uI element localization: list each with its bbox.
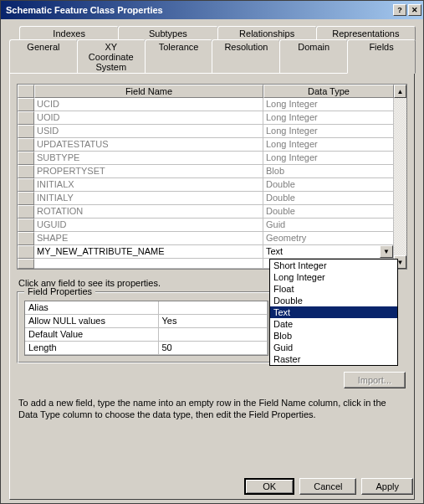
cell-field-name[interactable]: MY_NEW_ATTRIBUTE_NAME <box>34 245 263 259</box>
property-value[interactable] <box>159 328 268 342</box>
dropdown-option-date[interactable]: Date <box>270 318 397 330</box>
row-header[interactable] <box>18 178 34 192</box>
dropdown-option-raster[interactable]: Raster <box>270 353 397 365</box>
tab-domain[interactable]: Domain <box>279 39 348 74</box>
table-row[interactable]: SUBTYPELong Integer <box>18 152 394 165</box>
row-header-corner <box>18 85 34 98</box>
import-row: Import... <box>17 372 406 388</box>
tab-resolution[interactable]: Resolution <box>212 39 280 74</box>
table-row[interactable]: UCIDLong Integer <box>18 98 394 111</box>
cell-data-type[interactable]: Double <box>263 178 394 192</box>
row-header[interactable] <box>18 192 34 205</box>
grid-vscrollbar[interactable]: ▲ ▼ <box>394 84 407 270</box>
dropdown-option-blob[interactable]: Blob <box>270 330 397 342</box>
dialog-footer: OK Cancel Apply <box>244 478 413 495</box>
help-button[interactable]: ? <box>393 4 406 16</box>
cell-data-type[interactable]: Long Integer <box>263 152 394 165</box>
table-row[interactable]: UPDATESTATUSLong Integer <box>18 138 394 152</box>
tab-general[interactable]: General <box>9 39 78 74</box>
table-row[interactable]: INITIALXDouble <box>18 178 394 192</box>
tab-content-fields: Field Name Data Type UCIDLong IntegerUOI… <box>9 73 415 500</box>
grid-header: Field Name Data Type <box>18 85 394 98</box>
row-header[interactable] <box>18 138 34 152</box>
close-button[interactable]: ✕ <box>408 4 421 16</box>
tab-xy-coordinate-system[interactable]: XY Coordinate System <box>77 39 146 74</box>
property-row[interactable]: Default Value <box>25 328 268 342</box>
table-row[interactable]: UOIDLong Integer <box>18 111 394 125</box>
cell-data-type[interactable]: Double <box>263 192 394 205</box>
cell-field-name[interactable]: PROPERTYSET <box>34 165 263 178</box>
field-properties-table[interactable]: AliasAllow NULL valuesYesDefault ValueLe… <box>24 301 268 356</box>
col-header-data-type[interactable]: Data Type <box>263 85 394 98</box>
cell-field-name[interactable]: INITIALX <box>34 178 263 192</box>
data-type-dropdown[interactable]: Short IntegerLong IntegerFloatDoubleText… <box>269 259 398 366</box>
cell-field-name[interactable]: UCID <box>34 98 263 111</box>
row-header[interactable] <box>18 259 34 269</box>
row-header[interactable] <box>18 232 34 245</box>
row-header[interactable] <box>18 152 34 165</box>
dropdown-option-short-integer[interactable]: Short Integer <box>270 260 397 271</box>
tab-subtypes[interactable]: Subtypes <box>118 26 217 40</box>
dropdown-option-text[interactable]: Text <box>270 306 397 318</box>
tab-tolerance[interactable]: Tolerance <box>145 39 213 74</box>
tab-representations[interactable]: Representations <box>316 26 416 40</box>
cell-field-name[interactable]: UGUID <box>34 219 263 232</box>
cell-field-name[interactable]: INITIALY <box>34 192 263 205</box>
cell-field-name[interactable]: UOID <box>34 111 263 125</box>
cell-field-name[interactable]: USID <box>34 125 263 138</box>
row-header[interactable] <box>18 125 34 138</box>
cell-field-name[interactable] <box>34 259 263 269</box>
property-value[interactable]: Yes <box>159 315 268 328</box>
cell-field-name[interactable]: UPDATESTATUS <box>34 138 263 152</box>
cancel-button[interactable]: Cancel <box>299 478 356 495</box>
row-header[interactable] <box>18 165 34 178</box>
table-row[interactable]: SHAPEGeometry <box>18 232 394 245</box>
table-row[interactable]: ROTATIONDouble <box>18 205 394 219</box>
table-row[interactable]: USIDLong Integer <box>18 125 394 138</box>
property-value[interactable]: 50 <box>159 342 268 355</box>
fields-grid-wrapper: Field Name Data Type UCIDLong IntegerUOI… <box>17 84 407 270</box>
cell-data-type[interactable]: Long Integer <box>263 111 394 125</box>
tab-fields[interactable]: Fields <box>347 39 416 74</box>
table-row[interactable]: INITIALYDouble <box>18 192 394 205</box>
apply-button[interactable]: Apply <box>361 478 413 495</box>
cell-data-type[interactable]: Text▼ <box>263 245 394 259</box>
cell-field-name[interactable]: ROTATION <box>34 205 263 219</box>
table-row[interactable]: PROPERTYSETBlob <box>18 165 394 178</box>
row-header[interactable] <box>18 245 34 259</box>
dropdown-option-double[interactable]: Double <box>270 295 397 306</box>
property-row[interactable]: Allow NULL valuesYes <box>25 315 268 328</box>
cell-data-type[interactable]: Long Integer <box>263 138 394 152</box>
scroll-track[interactable] <box>394 98 406 255</box>
cell-field-name[interactable]: SHAPE <box>34 232 263 245</box>
property-value[interactable] <box>159 301 268 315</box>
cell-data-type[interactable]: Long Integer <box>263 98 394 111</box>
property-row[interactable]: Alias <box>25 301 268 315</box>
cell-field-name[interactable]: SUBTYPE <box>34 152 263 165</box>
cell-data-type[interactable]: Blob <box>263 165 394 178</box>
tab-relationships[interactable]: Relationships <box>217 26 317 40</box>
dropdown-option-long-integer[interactable]: Long Integer <box>270 271 397 283</box>
col-header-field-name[interactable]: Field Name <box>34 85 263 98</box>
scroll-up-button[interactable]: ▲ <box>394 85 406 98</box>
dropdown-option-guid[interactable]: Guid <box>270 342 397 353</box>
row-header[interactable] <box>18 219 34 232</box>
cell-data-type[interactable]: Double <box>263 205 394 219</box>
tab-row-back: IndexesSubtypesRelationshipsRepresentati… <box>19 26 415 40</box>
table-row[interactable]: UGUIDGuid <box>18 219 394 232</box>
row-header[interactable] <box>18 111 34 125</box>
fields-grid[interactable]: Field Name Data Type UCIDLong IntegerUOI… <box>17 84 394 270</box>
table-row[interactable]: MY_NEW_ATTRIBUTE_NAMEText▼ <box>18 245 394 259</box>
dropdown-arrow-icon[interactable]: ▼ <box>380 245 393 258</box>
dropdown-option-float[interactable]: Float <box>270 283 397 295</box>
title-bar: Schematic Feature Class Properties ? ✕ <box>1 1 423 19</box>
cell-data-type[interactable]: Long Integer <box>263 125 394 138</box>
row-header[interactable] <box>18 205 34 219</box>
property-row[interactable]: Length50 <box>25 342 268 355</box>
ok-button[interactable]: OK <box>244 478 294 495</box>
row-header[interactable] <box>18 98 34 111</box>
field-properties-group: Field Properties AliasAllow NULL valuesY… <box>17 291 276 363</box>
tab-indexes[interactable]: Indexes <box>19 26 119 40</box>
cell-data-type[interactable]: Guid <box>263 219 394 232</box>
cell-data-type[interactable]: Geometry <box>263 232 394 245</box>
